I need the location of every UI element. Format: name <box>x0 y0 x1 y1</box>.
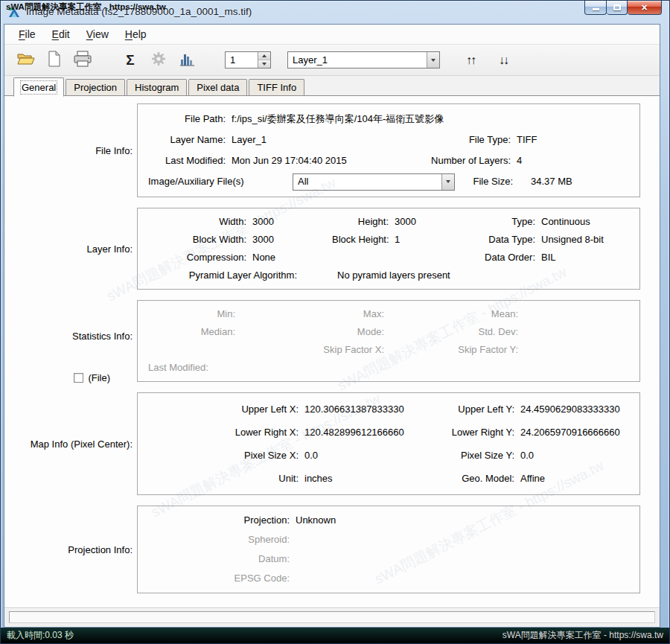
spinner-buttons <box>258 52 270 68</box>
up-arrow-icon <box>262 54 267 57</box>
median-label: Median: <box>145 323 238 341</box>
open-file-button[interactable] <box>13 49 39 71</box>
epsg-row: EPSG Code: <box>145 569 632 588</box>
menu-file[interactable]: File <box>10 25 44 44</box>
map-info-box: Upper Left X: 120.306631387833330 Upper … <box>137 392 640 495</box>
mode-label: Mode: <box>294 323 387 341</box>
layer-info-box: Width: 3000 Height: 3000 Type: Continuou… <box>137 208 640 290</box>
tab-projection[interactable]: Projection <box>66 79 125 96</box>
checkbox-icon[interactable] <box>74 373 83 383</box>
aux-files-dropdown-value: All <box>298 171 438 192</box>
lower-right-x-value: 120.482899612166660 <box>302 421 449 444</box>
spinner-down-button[interactable] <box>258 60 270 68</box>
client-area: File Edit View Help <box>4 24 660 628</box>
tab-tiff-info[interactable]: TIFF Info <box>249 79 304 96</box>
menu-view[interactable]: View <box>78 25 117 44</box>
close-button[interactable]: × <box>628 1 662 15</box>
lower-layer-button[interactable]: ↓↓ <box>491 54 516 67</box>
pixel-size-y-label: Pixel Size Y: <box>449 444 517 467</box>
maximize-icon <box>613 4 621 10</box>
file-size-value: 34.37 MB <box>528 171 572 192</box>
compression-label: Compression: <box>145 249 249 267</box>
layer-info-label-cell: Layer Info: <box>4 208 137 290</box>
stats-row-3: Skip Factor X: Skip Factor Y: <box>145 341 632 359</box>
layer-name-label: Layer Name: <box>145 130 229 150</box>
layer-number-spinner <box>225 51 271 68</box>
new-document-icon <box>48 51 61 69</box>
dropdown-button[interactable] <box>427 52 439 68</box>
menu-bar: File Edit View Help <box>4 25 660 45</box>
projection-info-section: Projection Info: Projection: Unknown Sph… <box>4 506 640 593</box>
new-file-button[interactable] <box>42 49 67 71</box>
epsg-code-value <box>293 569 632 588</box>
settings-button[interactable] <box>146 49 171 71</box>
pixel-size-x-label: Pixel Size X: <box>145 444 302 467</box>
pyramid-row: Pyramid Layer Algorithm: No pyramid laye… <box>145 267 632 284</box>
chevron-down-icon <box>431 59 436 62</box>
block-height-label: Block Height: <box>332 231 392 249</box>
projection-info-label: Projection Info: <box>68 544 133 555</box>
tab-general[interactable]: General <box>13 77 64 97</box>
print-button[interactable] <box>70 49 95 71</box>
status-bar <box>4 608 660 627</box>
stats-last-modified-label: Last Modified: <box>145 362 208 373</box>
skip-factor-y-label: Skip Factor Y: <box>428 341 521 359</box>
data-type-value: Unsigned 8-bit <box>538 231 632 249</box>
maximize-button[interactable] <box>607 1 628 15</box>
pixel-size-x-value: 0.0 <box>302 444 449 467</box>
block-width-value: 3000 <box>249 231 332 249</box>
epsg-code-label: EPSG Code: <box>145 569 293 588</box>
dropdown-button[interactable] <box>441 174 454 190</box>
statistics-button[interactable]: Σ <box>118 49 143 71</box>
open-folder-icon <box>17 51 35 68</box>
layer-name-value: Layer_1 <box>229 130 428 150</box>
std-dev-label: Std. Dev: <box>428 323 521 341</box>
datum-row: Datum: <box>145 549 632 569</box>
statistics-info-section: Statistics Info: (File) Min: Max: Mean: … <box>4 300 640 382</box>
stats-row-2: Median: Mode: Std. Dev: <box>145 323 632 341</box>
tab-histogram[interactable]: Histogram <box>127 79 187 96</box>
unit-row: Unit: inches Geo. Model: Affine <box>145 467 632 490</box>
raise-layer-button[interactable]: ↑↑ <box>458 54 483 67</box>
spheroid-label: Spheroid: <box>145 530 293 549</box>
file-size-label: File Size: <box>462 171 516 192</box>
minimize-button[interactable] <box>584 1 607 15</box>
file-path-value: f:/ips_si/委辦案及任務導向案/104年-福衛五號影像 <box>229 109 632 130</box>
file-type-value: TIFF <box>514 130 632 150</box>
chevron-down-icon <box>446 180 450 183</box>
layer-info-section: Layer Info: Width: 3000 Height: 3000 Typ… <box>4 208 640 290</box>
stats-row-1: Min: Max: Mean: <box>145 305 632 323</box>
layer-number-input[interactable] <box>226 52 258 68</box>
histogram-button[interactable] <box>174 49 200 71</box>
block-width-label: Block Width: <box>145 231 249 249</box>
tab-pixel-data[interactable]: Pixel data <box>188 79 247 96</box>
lower-right-y-value: 24.2065970916666660 <box>517 421 632 444</box>
spinner-up-button[interactable] <box>258 52 270 60</box>
datum-label: Datum: <box>145 549 293 569</box>
mean-label: Mean: <box>428 305 521 323</box>
file-path-label: File Path: <box>145 109 229 130</box>
map-info-label-cell: Map Info (Pixel Center): <box>4 392 137 495</box>
lower-right-row: Lower Right X: 120.482899612166660 Lower… <box>145 421 632 444</box>
menu-edit[interactable]: Edit <box>44 25 78 44</box>
pixel-size-y-value: 0.0 <box>517 444 632 467</box>
projection-info-label-cell: Projection Info: <box>4 506 137 593</box>
data-order-label: Data Order: <box>470 249 538 267</box>
type-label: Type: <box>470 213 538 231</box>
load-time-text: 載入時間:0.03 秒 <box>7 629 74 642</box>
height-value: 3000 <box>392 213 470 231</box>
menu-help[interactable]: Help <box>117 25 155 44</box>
status-field <box>9 611 655 623</box>
layer-dropdown-value: Layer_1 <box>293 54 424 66</box>
stats-row-4: Last Modified: <box>145 359 632 377</box>
compression-row: Compression: None Data Order: BIL <box>145 249 632 267</box>
layer-dimensions-row: Width: 3000 Height: 3000 Type: Continuou… <box>145 213 632 231</box>
statistics-info-box: Min: Max: Mean: Median: Mode: Std. Dev: … <box>137 300 640 382</box>
layer-dropdown[interactable]: Layer_1 <box>287 51 440 68</box>
statistics-info-label: Statistics Info: <box>72 331 133 342</box>
projection-label: Projection: <box>145 511 293 530</box>
aux-files-dropdown[interactable]: All <box>293 173 455 191</box>
file-stats-checkbox-row[interactable]: (File) <box>74 372 110 383</box>
upper-left-x-value: 120.306631387833330 <box>302 398 449 421</box>
double-up-arrow-icon: ↑↑ <box>466 54 475 66</box>
